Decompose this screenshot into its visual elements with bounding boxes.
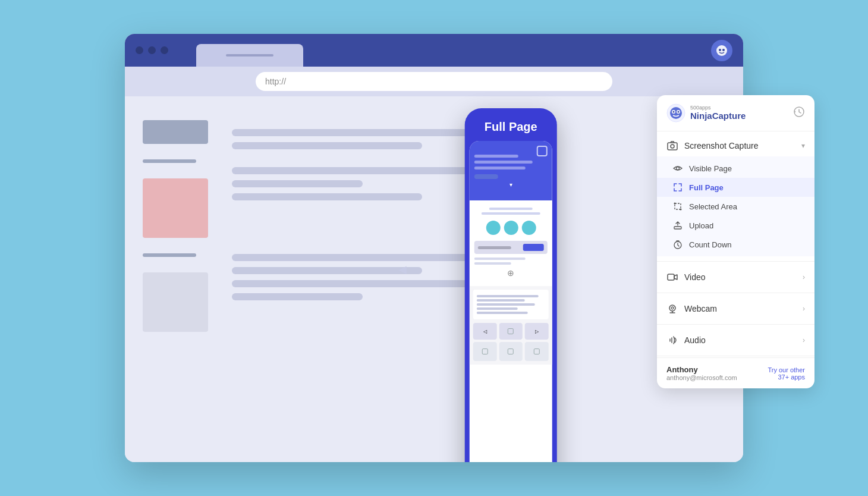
countdown-item[interactable]: Count Down [657,235,814,254]
screenshot-chevron-icon: ▾ [801,142,805,150]
selected-area-item[interactable]: Selected Area [657,197,814,216]
phone-screen: ▾ [470,141,552,462]
sidebar-line-group-2 [143,250,220,260]
full-page-icon [672,182,683,193]
video-section-left: Video [666,271,706,283]
phone-line-1 [474,155,518,158]
screenshot-submenu: Visible Page Full Page [657,156,814,256]
browser-addressbar: http:// [125,67,743,96]
phone-thumb-1 [473,342,497,361]
try-link-line2: 37+ apps [768,373,805,381]
screenshot-section-header[interactable]: Screenshot Capture ▾ [657,135,814,156]
visible-page-label: Visible Page [689,164,732,173]
sidebar-line-2 [143,253,196,257]
eye-icon [673,164,683,173]
phone-add-icon: ⊕ [474,268,548,278]
svg-rect-17 [674,227,681,229]
audio-section: Audio › [657,326,814,354]
divider-3 [657,324,814,325]
history-button[interactable] [793,106,805,121]
svg-point-12 [671,145,674,148]
browser-titlebar [125,34,743,67]
phone-capture-btn [474,174,498,179]
svg-point-8 [673,111,675,113]
phone-grid-icon-3: ▷ [535,329,539,334]
user-info: Anthony anthony@microsoft.com [666,365,737,381]
sidebar-placeholder-square-pink [143,178,208,238]
plugin-logo: 500apps NinjaCapture [666,103,746,123]
audio-section-header[interactable]: Audio › [657,329,814,351]
webcam-menu-icon [666,303,678,315]
webcam-section-header[interactable]: Webcam › [657,298,814,319]
phone-grid-item-3: ▷ [525,323,549,340]
content-line-4 [232,180,363,187]
phone-t-line-2 [477,299,525,302]
content-line-9 [232,293,363,300]
svg-rect-19 [668,274,674,280]
plugin-logo-name: NinjaCapture [690,111,746,121]
video-menu-icon [666,271,678,283]
svg-point-5 [670,107,682,119]
try-link-line1: Try our other [768,366,805,373]
visible-page-item[interactable]: Visible Page [657,159,814,178]
sidebar-placeholder-square-gray [143,272,208,332]
content-line-5 [232,193,422,200]
left-arrow-indicator: ◀ [398,263,407,276]
plugin-header: 500apps NinjaCapture [657,95,814,131]
content-line-3 [232,167,482,174]
phone-mid-line-2 [482,212,540,215]
browser-window: http:// [125,34,743,462]
try-link[interactable]: Try our other 37+ apps [768,366,805,381]
divider-4 [657,356,814,356]
page-main-content: Full Page [232,114,725,444]
phone-b-line-2 [474,262,511,265]
phone-gray-bar [474,241,548,254]
webcam-section-left: Webcam [666,303,717,315]
phone-screen-bottom: ◁ ▷ [470,286,552,365]
content-line-1 [232,129,482,136]
upload-icon [673,221,683,230]
browser-tab [196,44,303,67]
audio-section-label: Audio [684,335,706,345]
screenshot-section: Screenshot Capture ▾ Visible Page [657,131,814,260]
video-section: Video › [657,263,814,291]
webcam-chevron-icon: › [803,304,805,313]
phone-screen-lines [474,155,548,169]
countdown-icon [672,239,683,250]
address-text: http:// [265,77,286,86]
svg-point-9 [678,111,680,113]
video-chevron-icon: › [803,273,805,281]
video-icon [667,272,678,282]
full-page-item[interactable]: Full Page [657,178,814,197]
phone-grid-item-1: ◁ [473,323,497,340]
phone-line-2 [474,161,533,164]
phone-bottom-lines [474,258,548,265]
phone-grid-row1: ◁ ▷ [473,323,549,340]
webcam-icon [667,303,678,314]
svg-point-13 [677,167,680,170]
phone-text-block [473,290,549,319]
upload-item[interactable]: Upload [657,216,814,235]
divider-1 [657,261,814,262]
phone-thumb-2 [499,342,523,361]
main-background: http:// [0,0,868,496]
video-section-header[interactable]: Video › [657,266,814,288]
phone-circle-2 [504,221,518,235]
content-line-2 [232,142,422,149]
phone-t-line-3 [477,303,535,306]
address-input[interactable]: http:// [256,72,612,91]
svg-point-15 [674,203,676,205]
upload-label: Upload [689,221,713,230]
svg-point-21 [671,307,674,309]
svg-point-20 [669,305,675,311]
browser-dot-1 [136,46,143,54]
selected-area-label: Selected Area [689,202,737,211]
phone-b-line-1 [474,258,526,260]
screenshot-menu-icon [666,140,678,152]
svg-point-16 [680,209,682,211]
browser-content: Full Page [125,96,743,462]
visible-page-icon [672,163,683,174]
extension-icon-button[interactable] [711,40,732,61]
content-line-7 [232,267,422,274]
phone-gray-bar-line [478,246,511,249]
